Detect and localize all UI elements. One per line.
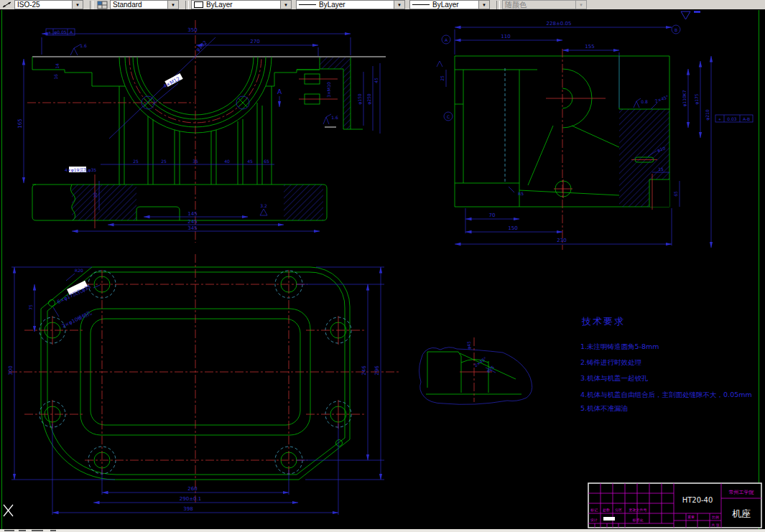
svg-text:1.6: 1.6: [331, 115, 338, 120]
svg-text:45: 45: [374, 78, 379, 83]
svg-text:标记: 标记: [590, 508, 598, 513]
surface-finish-icon: [634, 98, 641, 108]
svg-text:65: 65: [264, 159, 269, 164]
dim-label: 70: [489, 213, 496, 218]
dim-label: 300: [8, 365, 14, 375]
svg-text:45: 45: [247, 159, 253, 164]
hole-callout: 2×φ10锥销孔: [61, 309, 93, 329]
svg-text:2×45°: 2×45°: [473, 355, 488, 368]
gdt-frame: ⌖ 0.03 A-B: [715, 115, 753, 122]
side-view: A B C 228±0.05 110 155 25 70: [437, 21, 753, 250]
detail-view: φ45 2×45° φ25: [419, 337, 532, 404]
front-view-geometry: [32, 57, 386, 220]
dim-label: 296: [374, 365, 380, 375]
svg-text:0.8: 0.8: [641, 99, 648, 104]
dim-label: 345: [187, 225, 197, 231]
signature-mark: [603, 517, 615, 521]
side-view-dimensions: A B C 228±0.05 110 155 25 70: [437, 21, 753, 248]
technical-requirements: 技术要求 1.未注明铸造圆角5-8mm 2.铸件进行时效处理 3.机体与机盖一起…: [580, 316, 752, 412]
svg-text:R5: R5: [518, 191, 524, 196]
svg-text:A-B: A-B: [743, 116, 750, 121]
surface-finish-icon: [437, 61, 442, 67]
datum-label: C: [447, 114, 450, 119]
svg-text:比例: 比例: [712, 515, 719, 520]
top-view: 246 296 260 290±0.1 398 75 300 R20: [8, 254, 399, 515]
cad-application-window: ISO-25 ▼ Standard ▼ ByLayer ▼ ByLayer ▼ …: [0, 0, 765, 532]
dim-label: 270: [250, 39, 259, 45]
dim-label: 110: [501, 34, 510, 39]
svg-text:φ0.05: φ0.05: [54, 29, 67, 35]
dim-label: 155: [585, 44, 594, 50]
break-line-boundary: [419, 347, 532, 405]
taper-pin-hole: [336, 440, 343, 447]
svg-text:更改文件号: 更改文件号: [629, 508, 647, 512]
crosshair-cursor: [4, 505, 13, 516]
tech-req-item: 2.铸件进行时效处理: [580, 358, 642, 366]
svg-text:分区: 分区: [615, 508, 622, 512]
dim-label: 246: [361, 365, 367, 375]
gdt-frame: ⌖ φ0.05 A: [46, 29, 75, 35]
svg-text:R20: R20: [75, 268, 83, 273]
top-view-centerlines: [9, 254, 399, 503]
surface-finish-icon: [70, 45, 80, 55]
surface-finish-value: 1.6: [80, 43, 87, 48]
title-block: HT20-40 常州工学院 机座 标记 处数 分区 更改文件号 设计 标准化 重…: [588, 483, 761, 528]
svg-text:0.03: 0.03: [727, 116, 737, 121]
tech-req-title: 技术要求: [581, 316, 625, 327]
drawing-canvas[interactable]: 350 270 ⌖ φ0.05 A 1.6 14 16: [0, 0, 765, 532]
svg-text:φ250: φ250: [366, 93, 372, 105]
svg-text:35: 35: [193, 159, 198, 164]
svg-text:75: 75: [28, 304, 33, 310]
svg-text:25: 25: [440, 75, 445, 81]
svg-text:25: 25: [161, 159, 167, 164]
sheet-border: [2, 10, 759, 529]
tech-req-item: 3.机体与机盖一起铰孔: [580, 374, 649, 382]
dim-label: 350: [187, 27, 197, 33]
flange-section-hatch: [320, 57, 351, 69]
foot-section-hatch: [284, 185, 323, 220]
dim-label: 14: [55, 63, 60, 69]
svg-text:处数: 处数: [603, 508, 610, 513]
taper-pin-hole: [49, 300, 55, 307]
command-bar-tick: [19, 530, 26, 531]
tech-req-item: 5.机体不准漏油: [580, 404, 628, 412]
svg-text:φ175: φ175: [694, 93, 700, 105]
svg-text:15: 15: [658, 167, 664, 172]
flange-section-hatch: [343, 69, 351, 129]
foot-section-hatch: [72, 185, 136, 220]
front-view: 350 270 ⌖ φ0.05 A 1.6 14 16: [17, 20, 386, 243]
dim-label: 245: [187, 219, 197, 225]
surface-finish-icon: [323, 114, 331, 124]
command-bar-tick: [4, 530, 14, 531]
hole-callout: 4×φ19沉孔φ35: [65, 167, 96, 173]
top-view-dimensions: 246 296 260 290±0.1 398 75 300 R20: [8, 267, 384, 515]
company-label: 常州工学院: [729, 490, 754, 495]
datum-label: A: [445, 37, 448, 42]
dim-label: 228±0.05: [547, 21, 572, 27]
dim-label: 165: [17, 118, 23, 128]
side-view-geometry: [455, 56, 669, 207]
svg-text:标准化: 标准化: [632, 518, 644, 523]
section-label: A: [277, 88, 282, 95]
part-name-label: 机座: [732, 508, 751, 519]
svg-text:65: 65: [673, 191, 678, 197]
command-bar-tick: [50, 530, 56, 531]
dim-label: 16: [53, 74, 58, 80]
svg-text:设计: 设计: [590, 518, 598, 522]
dim-label: φ45: [466, 341, 472, 350]
svg-text:2×45°: 2×45°: [654, 94, 669, 103]
osnap-marker-icon: [681, 11, 700, 19]
command-bar-edge[interactable]: [0, 529, 765, 532]
svg-text:φ150: φ150: [357, 93, 363, 105]
svg-text:40: 40: [224, 159, 230, 164]
svg-text:3.2: 3.2: [260, 203, 267, 208]
command-bar-tick: [32, 530, 43, 531]
datum-label: B: [674, 27, 677, 32]
svg-text:共 张: 共 张: [711, 523, 720, 528]
dim-label: 230: [557, 238, 566, 243]
roughness-triangle-icon: [260, 209, 267, 215]
hole-callout: 3×M10: [326, 82, 331, 98]
svg-text:φ110K7: φ110K7: [682, 90, 687, 106]
dim-label: 398: [183, 506, 193, 512]
detail-geometry: [426, 352, 521, 394]
